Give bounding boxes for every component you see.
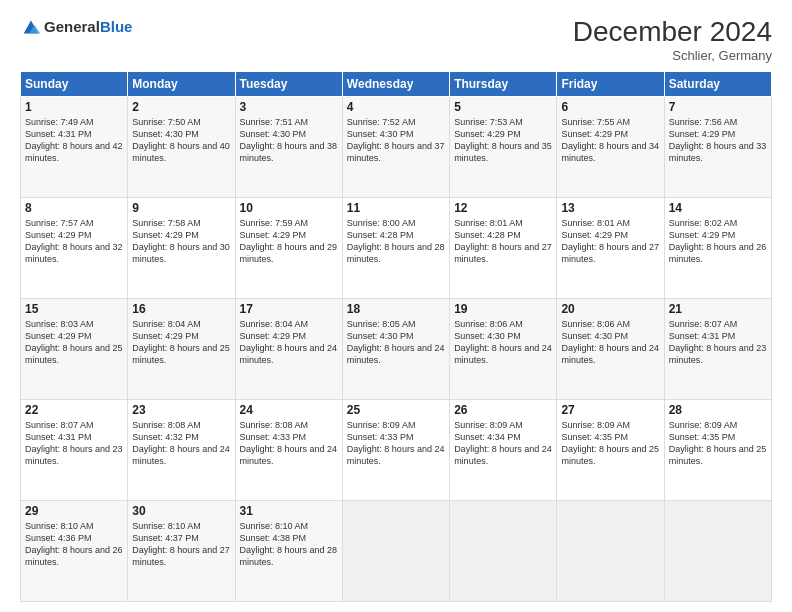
day-number: 27 [561,403,659,417]
day-number: 16 [132,302,230,316]
day-number: 25 [347,403,445,417]
cell-content: Sunrise: 8:06 AMSunset: 4:30 PMDaylight:… [454,319,552,365]
header-friday: Friday [557,72,664,97]
cell-content: Sunrise: 8:08 AMSunset: 4:32 PMDaylight:… [132,420,230,466]
day-number: 17 [240,302,338,316]
logo-blue: Blue [100,18,133,35]
day-number: 6 [561,100,659,114]
table-row: 6Sunrise: 7:55 AMSunset: 4:29 PMDaylight… [557,97,664,198]
table-row: 8Sunrise: 7:57 AMSunset: 4:29 PMDaylight… [21,198,128,299]
cell-content: Sunrise: 8:07 AMSunset: 4:31 PMDaylight:… [25,420,123,466]
calendar-page: GeneralBlue December 2024 Schlier, Germa… [0,0,792,612]
table-row: 24Sunrise: 8:08 AMSunset: 4:33 PMDayligh… [235,400,342,501]
day-number: 15 [25,302,123,316]
day-number: 9 [132,201,230,215]
month-title: December 2024 [573,16,772,48]
day-number: 12 [454,201,552,215]
table-row: 2Sunrise: 7:50 AMSunset: 4:30 PMDaylight… [128,97,235,198]
table-row: 14Sunrise: 8:02 AMSunset: 4:29 PMDayligh… [664,198,771,299]
cell-content: Sunrise: 8:09 AMSunset: 4:34 PMDaylight:… [454,420,552,466]
logo-icon [20,16,42,38]
table-row: 27Sunrise: 8:09 AMSunset: 4:35 PMDayligh… [557,400,664,501]
header-wednesday: Wednesday [342,72,449,97]
table-row: 13Sunrise: 8:01 AMSunset: 4:29 PMDayligh… [557,198,664,299]
cell-content: Sunrise: 7:52 AMSunset: 4:30 PMDaylight:… [347,117,445,163]
day-number: 31 [240,504,338,518]
day-number: 3 [240,100,338,114]
cell-content: Sunrise: 8:10 AMSunset: 4:38 PMDaylight:… [240,521,338,567]
title-section: December 2024 Schlier, Germany [573,16,772,63]
cell-content: Sunrise: 7:59 AMSunset: 4:29 PMDaylight:… [240,218,338,264]
calendar-row: 15Sunrise: 8:03 AMSunset: 4:29 PMDayligh… [21,299,772,400]
table-row: 31Sunrise: 8:10 AMSunset: 4:38 PMDayligh… [235,501,342,602]
table-row [342,501,449,602]
table-row: 21Sunrise: 8:07 AMSunset: 4:31 PMDayligh… [664,299,771,400]
cell-content: Sunrise: 7:55 AMSunset: 4:29 PMDaylight:… [561,117,659,163]
cell-content: Sunrise: 8:08 AMSunset: 4:33 PMDaylight:… [240,420,338,466]
cell-content: Sunrise: 7:50 AMSunset: 4:30 PMDaylight:… [132,117,230,163]
day-number: 22 [25,403,123,417]
cell-content: Sunrise: 8:10 AMSunset: 4:37 PMDaylight:… [132,521,230,567]
cell-content: Sunrise: 7:53 AMSunset: 4:29 PMDaylight:… [454,117,552,163]
cell-content: Sunrise: 8:02 AMSunset: 4:29 PMDaylight:… [669,218,767,264]
table-row: 15Sunrise: 8:03 AMSunset: 4:29 PMDayligh… [21,299,128,400]
day-number: 18 [347,302,445,316]
day-number: 4 [347,100,445,114]
day-number: 5 [454,100,552,114]
top-section: GeneralBlue December 2024 Schlier, Germa… [20,16,772,63]
cell-content: Sunrise: 8:01 AMSunset: 4:28 PMDaylight:… [454,218,552,264]
calendar-row: 29Sunrise: 8:10 AMSunset: 4:36 PMDayligh… [21,501,772,602]
cell-content: Sunrise: 8:04 AMSunset: 4:29 PMDaylight:… [132,319,230,365]
table-row: 18Sunrise: 8:05 AMSunset: 4:30 PMDayligh… [342,299,449,400]
table-row: 7Sunrise: 7:56 AMSunset: 4:29 PMDaylight… [664,97,771,198]
cell-content: Sunrise: 7:51 AMSunset: 4:30 PMDaylight:… [240,117,338,163]
table-row: 5Sunrise: 7:53 AMSunset: 4:29 PMDaylight… [450,97,557,198]
calendar-row: 8Sunrise: 7:57 AMSunset: 4:29 PMDaylight… [21,198,772,299]
cell-content: Sunrise: 7:49 AMSunset: 4:31 PMDaylight:… [25,117,123,163]
cell-content: Sunrise: 8:06 AMSunset: 4:30 PMDaylight:… [561,319,659,365]
day-number: 23 [132,403,230,417]
table-row: 17Sunrise: 8:04 AMSunset: 4:29 PMDayligh… [235,299,342,400]
header-monday: Monday [128,72,235,97]
table-row: 1Sunrise: 7:49 AMSunset: 4:31 PMDaylight… [21,97,128,198]
calendar-header-row: Sunday Monday Tuesday Wednesday Thursday… [21,72,772,97]
day-number: 13 [561,201,659,215]
logo-text: GeneralBlue [44,18,132,36]
location: Schlier, Germany [573,48,772,63]
table-row [557,501,664,602]
cell-content: Sunrise: 8:09 AMSunset: 4:35 PMDaylight:… [669,420,767,466]
cell-content: Sunrise: 8:10 AMSunset: 4:36 PMDaylight:… [25,521,123,567]
table-row: 11Sunrise: 8:00 AMSunset: 4:28 PMDayligh… [342,198,449,299]
table-row: 4Sunrise: 7:52 AMSunset: 4:30 PMDaylight… [342,97,449,198]
cell-content: Sunrise: 8:04 AMSunset: 4:29 PMDaylight:… [240,319,338,365]
header-tuesday: Tuesday [235,72,342,97]
cell-content: Sunrise: 8:05 AMSunset: 4:30 PMDaylight:… [347,319,445,365]
table-row [450,501,557,602]
day-number: 28 [669,403,767,417]
table-row: 23Sunrise: 8:08 AMSunset: 4:32 PMDayligh… [128,400,235,501]
day-number: 24 [240,403,338,417]
day-number: 21 [669,302,767,316]
cell-content: Sunrise: 8:07 AMSunset: 4:31 PMDaylight:… [669,319,767,365]
cell-content: Sunrise: 7:56 AMSunset: 4:29 PMDaylight:… [669,117,767,163]
table-row: 9Sunrise: 7:58 AMSunset: 4:29 PMDaylight… [128,198,235,299]
calendar-table: Sunday Monday Tuesday Wednesday Thursday… [20,71,772,602]
calendar-row: 1Sunrise: 7:49 AMSunset: 4:31 PMDaylight… [21,97,772,198]
cell-content: Sunrise: 8:09 AMSunset: 4:35 PMDaylight:… [561,420,659,466]
table-row: 16Sunrise: 8:04 AMSunset: 4:29 PMDayligh… [128,299,235,400]
cell-content: Sunrise: 7:58 AMSunset: 4:29 PMDaylight:… [132,218,230,264]
table-row: 20Sunrise: 8:06 AMSunset: 4:30 PMDayligh… [557,299,664,400]
table-row: 3Sunrise: 7:51 AMSunset: 4:30 PMDaylight… [235,97,342,198]
header-saturday: Saturday [664,72,771,97]
day-number: 20 [561,302,659,316]
day-number: 11 [347,201,445,215]
day-number: 8 [25,201,123,215]
header-sunday: Sunday [21,72,128,97]
cell-content: Sunrise: 8:03 AMSunset: 4:29 PMDaylight:… [25,319,123,365]
calendar-row: 22Sunrise: 8:07 AMSunset: 4:31 PMDayligh… [21,400,772,501]
cell-content: Sunrise: 7:57 AMSunset: 4:29 PMDaylight:… [25,218,123,264]
table-row: 10Sunrise: 7:59 AMSunset: 4:29 PMDayligh… [235,198,342,299]
cell-content: Sunrise: 8:01 AMSunset: 4:29 PMDaylight:… [561,218,659,264]
table-row: 28Sunrise: 8:09 AMSunset: 4:35 PMDayligh… [664,400,771,501]
day-number: 7 [669,100,767,114]
